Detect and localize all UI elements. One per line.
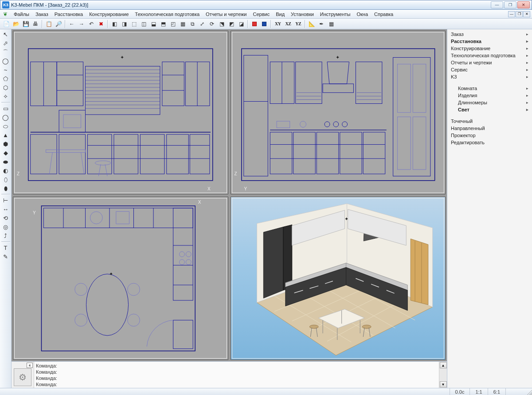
tool-layout-1-icon[interactable]: ◧ bbox=[110, 20, 119, 28]
sp-products[interactable]: Изделия▸ bbox=[447, 92, 532, 99]
tool-layout-5-icon[interactable]: ⬓ bbox=[149, 20, 158, 28]
ltool-arc-icon[interactable]: ⌒ bbox=[1, 48, 10, 56]
scroll-up-icon[interactable]: ▲ bbox=[440, 362, 447, 368]
ltool-diamond-icon[interactable]: ◆ bbox=[1, 149, 10, 157]
menu-construction[interactable]: Конструирование bbox=[86, 11, 132, 18]
viewport-front[interactable]: ✦ X Z bbox=[13, 31, 228, 194]
command-line[interactable]: Команда: bbox=[36, 375, 437, 381]
ltool-star-icon[interactable]: ✧ bbox=[1, 92, 10, 101]
ltool-torus-icon[interactable]: ⬯ bbox=[1, 175, 10, 184]
tool-layout-10-icon[interactable]: ⤢ bbox=[198, 20, 207, 28]
ltool-target-icon[interactable]: ◎ bbox=[1, 223, 10, 231]
ltool-move-icon[interactable]: ↔ bbox=[1, 205, 10, 213]
tool-zoom-icon[interactable]: 🔎 bbox=[54, 20, 63, 28]
sp-reports[interactable]: Отчеты и чертежи▸ bbox=[447, 59, 532, 66]
tool-misc-1-icon[interactable]: 📐 bbox=[307, 20, 316, 28]
tool-layout-9-icon[interactable]: ⧉ bbox=[188, 20, 197, 28]
tool-fwd-icon[interactable]: → bbox=[77, 20, 86, 28]
ltool-prism-icon[interactable]: ⬢ bbox=[1, 140, 10, 148]
scroll-down-icon[interactable]: ▼ bbox=[440, 381, 447, 387]
ltool-dim-icon[interactable]: ⊢ bbox=[1, 196, 10, 205]
ltool-poly-icon[interactable]: ⬠ bbox=[1, 75, 10, 83]
mdi-restore-button[interactable]: ❐ bbox=[516, 11, 523, 17]
tool-new-icon[interactable]: 📄 bbox=[2, 20, 11, 28]
tool-print-icon[interactable]: 🖶 bbox=[31, 20, 40, 28]
window-minimize-button[interactable]: — bbox=[491, 1, 503, 8]
tool-axis-yz[interactable]: YZ bbox=[293, 20, 303, 28]
menu-arrangement[interactable]: Расстановка bbox=[51, 11, 86, 18]
menu-tech-prep[interactable]: Технологическая подготовка bbox=[132, 11, 203, 18]
tool-layout-11-icon[interactable]: ⟳ bbox=[207, 20, 216, 28]
sp-edit-light[interactable]: Редактировать bbox=[447, 139, 532, 146]
ltool-blob-icon[interactable]: ⬮ bbox=[1, 184, 10, 193]
ltool-rotate-icon[interactable]: ⟲ bbox=[1, 214, 10, 222]
sp-spotlight[interactable]: Прожектор bbox=[447, 132, 532, 139]
viewport-perspective[interactable]: ✦ bbox=[231, 197, 446, 360]
mdi-minimize-button[interactable]: — bbox=[508, 11, 515, 17]
tool-layout-7-icon[interactable]: ◰ bbox=[168, 20, 177, 28]
sp-arrangement[interactable]: Расстановка▸ bbox=[447, 38, 532, 45]
mdi-close-button[interactable]: ✕ bbox=[523, 11, 530, 17]
ltool-cylinder-icon[interactable]: ◯ bbox=[1, 113, 10, 122]
tool-save-icon[interactable]: 💾 bbox=[21, 20, 30, 28]
command-line[interactable]: Команда: bbox=[36, 381, 437, 387]
sp-light[interactable]: Свет▸ bbox=[447, 106, 532, 113]
menu-service[interactable]: Сервис bbox=[250, 11, 273, 18]
tool-color-blue[interactable] bbox=[260, 20, 269, 28]
menu-tools[interactable]: Инструменты bbox=[317, 11, 354, 18]
command-line[interactable]: Команда: bbox=[36, 363, 437, 369]
tool-undo-icon[interactable]: ↶ bbox=[87, 20, 96, 28]
sp-tech-prep[interactable]: Технологическая подготовка▸ bbox=[447, 52, 532, 59]
tool-misc-3-icon[interactable]: ▦ bbox=[327, 20, 336, 28]
sp-longitems[interactable]: Длинномеры▸ bbox=[447, 99, 532, 106]
tool-cancel-icon[interactable]: ✖ bbox=[97, 20, 106, 28]
tool-layout-4-icon[interactable]: ◫ bbox=[139, 20, 148, 28]
viewport-side[interactable]: ✦ Y Z bbox=[231, 31, 446, 194]
ltool-hex-icon[interactable]: ⬡ bbox=[1, 83, 10, 92]
tool-back-icon[interactable]: ← bbox=[67, 20, 76, 28]
window-close-button[interactable]: ✕ bbox=[517, 1, 530, 8]
command-line[interactable]: Команда: bbox=[36, 369, 437, 375]
sp-order[interactable]: Заказ▸ bbox=[447, 31, 532, 38]
ltool-spline-icon[interactable]: ~ bbox=[1, 66, 10, 74]
tool-color-red[interactable] bbox=[250, 20, 259, 28]
tool-open-icon[interactable]: 📂 bbox=[12, 20, 20, 28]
sp-k3[interactable]: K3▸ bbox=[447, 73, 532, 80]
window-maximize-button[interactable]: ❐ bbox=[504, 1, 516, 8]
ltool-hemi-icon[interactable]: ◐ bbox=[1, 166, 10, 175]
sp-room[interactable]: Комната▸ bbox=[447, 85, 532, 92]
ltool-line-icon[interactable]: ⬀ bbox=[1, 39, 10, 47]
tool-layout-8-icon[interactable]: ▦ bbox=[178, 20, 187, 28]
tool-layout-3-icon[interactable]: ⬚ bbox=[129, 20, 138, 28]
sp-directional-light[interactable]: Направленный bbox=[447, 125, 532, 132]
tool-axis-xy[interactable]: XY bbox=[273, 20, 282, 28]
menu-help[interactable]: Справка bbox=[371, 11, 396, 18]
sp-point-light[interactable]: Точечный bbox=[447, 118, 532, 125]
sp-construction[interactable]: Конструирование▸ bbox=[447, 45, 532, 52]
ltool-cone-icon[interactable]: ▲ bbox=[1, 131, 10, 139]
ltool-box-icon[interactable]: ▭ bbox=[1, 104, 10, 113]
menu-reports[interactable]: Отчеты и чертежи bbox=[203, 11, 250, 18]
menu-order[interactable]: Заказ bbox=[32, 11, 51, 18]
ltool-edit-icon[interactable]: ✎ bbox=[1, 253, 10, 261]
menu-files[interactable]: Файлы bbox=[11, 11, 32, 18]
ltool-circle-icon[interactable]: ◯ bbox=[1, 57, 10, 65]
menu-settings[interactable]: Установки bbox=[288, 11, 317, 18]
tool-layout-12-icon[interactable]: ⬔ bbox=[217, 20, 226, 28]
ltool-extrude-icon[interactable]: ⤴ bbox=[1, 232, 10, 240]
menu-view[interactable]: Вид bbox=[273, 11, 288, 18]
tool-layout-2-icon[interactable]: ◨ bbox=[120, 20, 129, 28]
ltool-select-icon[interactable]: ↖ bbox=[1, 30, 10, 39]
viewport-top[interactable]: ✦ X Y bbox=[13, 197, 228, 360]
ltool-text-icon[interactable]: T bbox=[1, 244, 10, 252]
ltool-sphere-icon[interactable]: ⬬ bbox=[1, 158, 10, 166]
tool-paste-icon[interactable]: 📋 bbox=[44, 20, 53, 28]
menu-windows[interactable]: Окна bbox=[353, 11, 371, 18]
ltool-ellipsoid-icon[interactable]: ⬭ bbox=[1, 122, 10, 130]
tool-axis-xz[interactable]: XZ bbox=[283, 20, 293, 28]
tool-layout-14-icon[interactable]: ◪ bbox=[237, 20, 246, 28]
tool-layout-6-icon[interactable]: ⬒ bbox=[159, 20, 168, 28]
sp-service[interactable]: Сервис▸ bbox=[447, 66, 532, 73]
command-scrollbar[interactable]: ▲ ▼ bbox=[439, 362, 447, 388]
tool-layout-13-icon[interactable]: ◩ bbox=[227, 20, 236, 28]
